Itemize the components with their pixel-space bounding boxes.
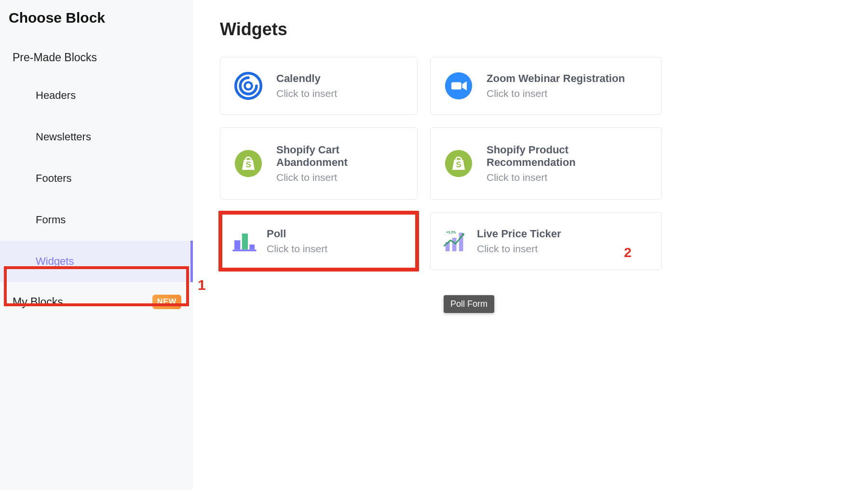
main-content: Widgets Calendly Click to insert bbox=[193, 0, 868, 490]
svg-rect-11 bbox=[233, 250, 257, 252]
poll-icon bbox=[231, 228, 258, 255]
widget-card-zoom[interactable]: Zoom Webinar Registration Click to inser… bbox=[430, 57, 662, 115]
sidebar-category-premade[interactable]: Pre-Made Blocks bbox=[0, 39, 193, 75]
ticker-icon: +3.2% bbox=[441, 228, 468, 255]
new-badge: NEW bbox=[152, 295, 181, 309]
card-title: Live Price Ticker bbox=[477, 228, 651, 240]
widget-grid: Calendly Click to insert Zoom Webinar Re… bbox=[220, 57, 841, 270]
sidebar-title: Choose Block bbox=[0, 0, 193, 39]
sidebar-item-footers[interactable]: Footers bbox=[0, 158, 193, 199]
sidebar-item-forms[interactable]: Forms bbox=[0, 199, 193, 241]
card-subtitle: Click to insert bbox=[267, 243, 407, 255]
svg-text:S: S bbox=[245, 160, 251, 169]
page-title: Widgets bbox=[220, 19, 841, 40]
card-subtitle: Click to insert bbox=[276, 172, 407, 183]
tooltip-poll-form: Poll Form bbox=[444, 295, 494, 313]
widget-card-ticker[interactable]: +3.2% Live Price Ticker Click to insert bbox=[430, 212, 662, 270]
calendly-icon bbox=[231, 68, 266, 103]
card-subtitle: Click to insert bbox=[276, 88, 407, 99]
svg-rect-3 bbox=[451, 82, 461, 90]
sidebar-subitems: Headers Newsletters Footers Forms Widget… bbox=[0, 75, 193, 282]
svg-rect-10 bbox=[250, 245, 255, 250]
svg-rect-8 bbox=[234, 240, 240, 249]
svg-rect-9 bbox=[242, 233, 248, 249]
card-title: Shopify Product Recommendation bbox=[487, 144, 651, 169]
card-title: Calendly bbox=[276, 72, 407, 85]
widget-card-shopify-product[interactable]: S Shopify Product Recommendation Click t… bbox=[430, 127, 662, 200]
sidebar-item-newsletters[interactable]: Newsletters bbox=[0, 116, 193, 158]
card-title: Poll bbox=[267, 228, 407, 240]
sidebar-item-headers[interactable]: Headers bbox=[0, 75, 193, 116]
card-title: Zoom Webinar Registration bbox=[487, 72, 651, 85]
shopify-icon: S bbox=[231, 146, 266, 181]
svg-point-1 bbox=[245, 82, 252, 90]
svg-rect-13 bbox=[452, 238, 457, 251]
zoom-icon bbox=[441, 68, 476, 103]
card-title: Shopify Cart Abandonment bbox=[276, 144, 407, 169]
sidebar-item-widgets[interactable]: Widgets bbox=[0, 241, 193, 282]
sidebar-my-blocks[interactable]: My Blocks NEW bbox=[0, 282, 193, 322]
svg-text:+3.2%: +3.2% bbox=[447, 231, 457, 234]
sidebar: Choose Block Pre-Made Blocks Headers New… bbox=[0, 0, 193, 490]
widget-card-calendly[interactable]: Calendly Click to insert bbox=[220, 57, 418, 115]
card-subtitle: Click to insert bbox=[477, 243, 651, 255]
svg-text:S: S bbox=[456, 160, 461, 169]
card-subtitle: Click to insert bbox=[487, 172, 651, 183]
widget-card-poll[interactable]: Poll Click to insert bbox=[220, 212, 418, 270]
shopify-icon: S bbox=[441, 146, 476, 181]
widget-card-shopify-cart[interactable]: S Shopify Cart Abandonment Click to inse… bbox=[220, 127, 418, 200]
card-subtitle: Click to insert bbox=[487, 88, 651, 99]
my-blocks-label: My Blocks bbox=[13, 296, 63, 309]
